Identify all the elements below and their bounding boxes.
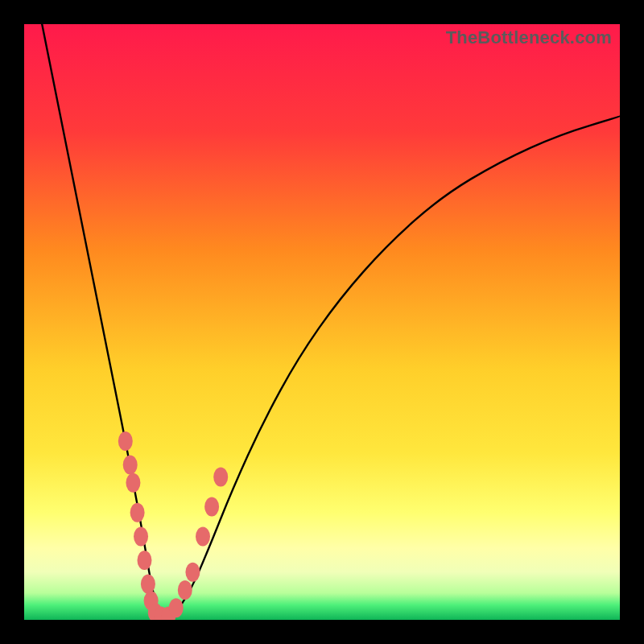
data-dot — [169, 598, 184, 617]
dots-layer — [118, 431, 228, 620]
data-dot — [141, 575, 155, 594]
data-dot — [134, 526, 148, 546]
data-dot — [137, 551, 151, 570]
data-dot — [130, 503, 145, 522]
data-dot — [126, 473, 140, 493]
data-dot — [204, 497, 219, 516]
plot-area: TheBottleneck.com — [24, 24, 620, 620]
curve-layer — [24, 24, 620, 620]
data-dot — [178, 580, 192, 600]
chart-frame: TheBottleneck.com — [0, 0, 644, 644]
watermark-text: TheBottleneck.com — [446, 27, 612, 48]
data-dot — [196, 526, 210, 546]
data-dot — [185, 563, 200, 582]
data-dot — [213, 467, 228, 486]
bottleneck-curve — [42, 24, 620, 617]
data-dot — [123, 456, 138, 475]
data-dot — [118, 431, 133, 451]
